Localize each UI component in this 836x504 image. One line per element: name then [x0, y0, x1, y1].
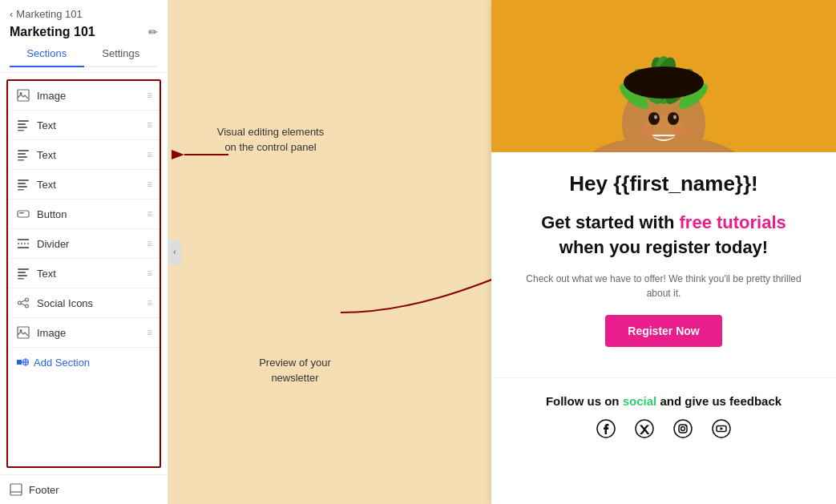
list-item[interactable]: Divider ≡ [8, 229, 160, 259]
svg-point-54 [636, 125, 656, 136]
text-icon [16, 266, 30, 280]
svg-point-24 [26, 298, 29, 301]
list-item[interactable]: Text ≡ [8, 259, 160, 288]
drag-handle-icon: ≡ [147, 327, 151, 338]
list-item[interactable]: Text ≡ [8, 170, 160, 200]
svg-rect-20 [18, 272, 26, 273]
svg-rect-21 [18, 275, 27, 276]
svg-point-42 [648, 112, 660, 125]
drag-handle-icon: ≡ [147, 268, 151, 279]
footer-label: Footer [29, 484, 59, 496]
sidebar: ‹ Marketing 101 Marketing 101 ✏ Sections… [0, 0, 168, 504]
item-label: Text [37, 268, 56, 280]
svg-point-45 [673, 115, 676, 119]
svg-rect-28 [18, 327, 29, 338]
list-item[interactable]: Button ≡ [8, 200, 160, 229]
item-label: Text [37, 179, 56, 191]
main-area: ‹ Visual editing elements on the control… [168, 0, 836, 504]
svg-rect-19 [18, 268, 29, 270]
image-icon [16, 325, 30, 340]
add-section-button[interactable]: Add Section [8, 348, 160, 377]
svg-rect-9 [18, 159, 24, 161]
social-icons-row [517, 419, 810, 443]
facebook-icon[interactable] [596, 419, 616, 443]
svg-rect-6 [18, 150, 29, 151]
svg-marker-64 [721, 427, 724, 430]
list-item[interactable]: Image ≡ [8, 81, 160, 111]
item-label: Text [37, 149, 56, 161]
drag-handle-icon: ≡ [147, 238, 151, 249]
list-item[interactable]: Image ≡ [8, 318, 160, 348]
youtube-icon[interactable] [712, 419, 731, 443]
svg-rect-2 [18, 120, 29, 122]
item-label: Image [37, 90, 66, 102]
svg-rect-13 [18, 189, 24, 191]
svg-rect-11 [18, 183, 26, 184]
headline-free: free tutorials [680, 212, 786, 232]
svg-rect-34 [10, 484, 22, 495]
svg-rect-5 [18, 130, 24, 131]
add-section-icon [16, 356, 29, 369]
register-now-button[interactable]: Register Now [605, 315, 721, 347]
edit-icon[interactable]: ✏ [148, 26, 158, 38]
svg-point-23 [18, 301, 22, 304]
item-label: Social Icons [37, 297, 93, 309]
sub-text: Check out what we have to offer! We thin… [517, 272, 810, 300]
newsletter-hero-image [491, 0, 836, 152]
back-chevron-icon: ‹ [10, 8, 13, 20]
greeting-text: Hey {{first_name}}! [517, 171, 810, 196]
collapse-toggle[interactable]: ‹ [168, 240, 181, 265]
follow-text: Follow us on social and give us feedback [517, 394, 810, 408]
sidebar-title: Marketing 101 [10, 25, 95, 39]
list-item[interactable]: Social Icons ≡ [8, 288, 160, 318]
text-icon [16, 177, 30, 192]
title-row: Marketing 101 ✏ [10, 25, 158, 39]
list-item[interactable]: Text ≡ [8, 140, 160, 170]
tab-settings[interactable]: Settings [84, 41, 159, 66]
svg-rect-30 [17, 360, 22, 365]
svg-rect-14 [18, 211, 29, 217]
tab-sections[interactable]: Sections [10, 41, 84, 67]
follow-after: and give us feedback [656, 394, 781, 408]
headline-part2: when you register today! [559, 237, 768, 257]
social-icon [16, 296, 30, 310]
svg-rect-16 [18, 239, 29, 240]
preview-annotation-text: Preview of your newsletter [259, 357, 331, 384]
footer-item[interactable]: Footer [0, 474, 168, 504]
svg-point-55 [672, 125, 691, 136]
tabs-row: Sections Settings [10, 41, 158, 67]
add-section-label: Add Section [34, 357, 90, 369]
svg-point-43 [668, 112, 679, 125]
footer-icon [10, 483, 22, 496]
svg-rect-0 [18, 90, 29, 101]
instagram-icon[interactable] [673, 419, 693, 443]
text-icon [16, 147, 30, 162]
follow-social-link[interactable]: social [623, 394, 657, 408]
hero-illustration [491, 0, 836, 152]
svg-line-26 [21, 300, 25, 302]
back-link[interactable]: ‹ Marketing 101 [10, 8, 158, 20]
item-label: Divider [37, 238, 69, 250]
svg-rect-18 [18, 247, 29, 248]
control-panel-annotation: Visual editing elements on the control p… [212, 124, 329, 155]
drag-handle-icon: ≡ [147, 208, 151, 220]
twitter-icon[interactable] [635, 419, 654, 443]
drag-handle-icon: ≡ [147, 149, 151, 160]
svg-line-27 [21, 304, 25, 305]
sidebar-top: ‹ Marketing 101 Marketing 101 ✏ Sections… [0, 0, 168, 73]
headline-text: Get started with free tutorials when you… [517, 211, 810, 260]
newsletter-footer: Follow us on social and give us feedback [491, 377, 836, 459]
list-item[interactable]: Text ≡ [8, 111, 160, 140]
svg-rect-4 [18, 127, 27, 128]
drag-handle-icon: ≡ [147, 119, 151, 131]
drag-handle-icon: ≡ [147, 179, 151, 190]
svg-point-58 [674, 420, 692, 437]
svg-rect-10 [18, 179, 29, 181]
image-icon [16, 88, 30, 103]
svg-rect-7 [18, 153, 26, 155]
newsletter-content: Hey {{first_name}}! Get started with fre… [491, 152, 836, 374]
back-label: Marketing 101 [16, 8, 82, 20]
drag-handle-icon: ≡ [147, 90, 151, 101]
svg-rect-8 [18, 156, 27, 158]
svg-point-60 [681, 426, 685, 430]
